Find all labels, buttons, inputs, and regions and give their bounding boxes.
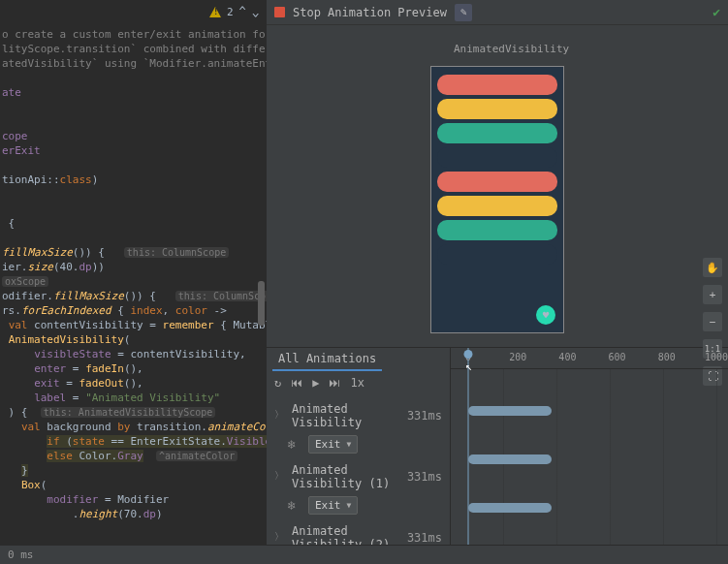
preview-bar — [437, 75, 557, 95]
state-value: Exit — [315, 438, 341, 451]
device-label: AnimatedVisibility — [454, 43, 569, 55]
code-line[interactable]: tionApi::class) — [0, 172, 267, 187]
code-line[interactable]: .height(70.dp) — [0, 507, 267, 521]
code-line[interactable]: lityScope.transition` combined with diff… — [0, 42, 267, 56]
play-button[interactable]: ▶ — [312, 376, 319, 390]
code-block[interactable]: o create a custom enter/exit animation f… — [0, 23, 267, 525]
preview-bar — [437, 196, 557, 216]
collapse-icon[interactable]: ^ — [239, 5, 246, 18]
animation-duration: 331ms — [407, 409, 442, 423]
code-line[interactable]: odifier.fillMaxSize()) { this: ColumnSco… — [0, 289, 267, 303]
track-row — [451, 406, 728, 420]
code-line[interactable] — [0, 71, 267, 85]
timeline-ruler[interactable]: 02004006008001000↖ — [451, 348, 728, 369]
inspector-tabs: All Animations — [267, 348, 450, 371]
code-line[interactable]: cope — [0, 129, 267, 143]
code-line[interactable]: Box( — [0, 478, 267, 492]
code-line[interactable] — [0, 202, 267, 216]
code-line[interactable] — [0, 100, 267, 114]
code-line[interactable]: label = "Animated Visibility" — [0, 391, 267, 405]
preview-bar — [437, 123, 557, 143]
check-icon: ✔ — [712, 5, 720, 19]
code-line[interactable]: val background by transition.animateColo… — [0, 420, 267, 434]
animation-duration: 331ms — [407, 531, 442, 545]
animation-name: Animated Visibility — [292, 402, 392, 429]
fab-heart[interactable]: ♥ — [536, 305, 555, 325]
chevron-right-icon: 〉 — [274, 469, 284, 483]
speed-label[interactable]: 1x — [350, 376, 364, 390]
code-line[interactable]: ier.size(40.dp)) — [0, 260, 267, 274]
preview-bar — [437, 172, 557, 192]
code-line[interactable]: atedVisibility` using `Modifier.animateE… — [0, 56, 267, 71]
state-combo[interactable]: Exit ▼ — [308, 435, 358, 454]
code-editor[interactable]: 2 ^ ^ o create a custom enter/exit anima… — [0, 0, 267, 564]
code-line[interactable] — [0, 114, 267, 129]
code-line[interactable]: ) { this: AnimatedVisibilityScope — [0, 405, 267, 420]
restart-button[interactable]: ↻ — [274, 376, 281, 390]
preview-canvas[interactable]: AnimatedVisibility ♥ ✋ + − 1:1 ⛶ — [267, 25, 728, 347]
tick-label: 200 — [509, 352, 526, 362]
tick-label: 600 — [609, 352, 626, 362]
code-line[interactable] — [0, 158, 267, 172]
current-time: 0 ms — [8, 548, 34, 561]
code-line[interactable]: else Color.Gray ^animateColor — [0, 449, 267, 463]
state-combo[interactable]: Exit ▼ — [308, 496, 358, 515]
track-bar[interactable] — [468, 503, 552, 513]
code-line[interactable]: modifier = Modifier — [0, 492, 267, 507]
code-line[interactable]: o create a custom enter/exit animation f… — [0, 27, 267, 42]
track-row — [451, 503, 728, 517]
preview-bar — [437, 244, 557, 265]
chevron-down-icon: ▼ — [347, 501, 352, 510]
scrollbar-thumb[interactable] — [258, 281, 265, 326]
preview-bar — [437, 99, 557, 119]
code-line[interactable]: erExit — [0, 143, 267, 158]
warning-count: 2 — [227, 6, 234, 18]
edit-icon[interactable]: ✎ — [455, 4, 472, 21]
code-line[interactable]: ate — [0, 85, 267, 100]
playback-controls: ↻ ⏮ ▶ ⏭ 1x — [267, 371, 450, 394]
tick-label: 1000 — [705, 352, 728, 362]
warning-icon[interactable] — [209, 6, 221, 17]
chevron-right-icon: 〉 — [274, 530, 284, 544]
code-line[interactable]: fillMaxSize()) { this: ColumnScope — [0, 245, 267, 260]
preview-header: Stop Animation Preview ✎ ✔ — [267, 0, 728, 25]
code-line[interactable]: visibleState = contentVisibility, — [0, 347, 267, 361]
chevron-right-icon: 〉 — [274, 408, 284, 422]
code-line[interactable]: { — [0, 216, 267, 231]
chevron-down-icon: ▼ — [347, 440, 352, 449]
inspector-timeline: 02004006008001000↖ 0 ms — [451, 348, 728, 564]
tab-all-animations[interactable]: All Animations — [272, 348, 382, 371]
device-frame: ♥ — [430, 66, 564, 333]
code-line[interactable] — [0, 187, 267, 202]
code-line[interactable]: AnimatedVisibility( — [0, 332, 267, 347]
go-end-button[interactable]: ⏭ — [329, 376, 340, 390]
code-line[interactable]: enter = fadeIn(), — [0, 361, 267, 376]
go-start-button[interactable]: ⏮ — [291, 376, 302, 390]
timeline-body[interactable] — [451, 369, 728, 564]
code-line[interactable]: exit = fadeOut(), — [0, 376, 267, 391]
zoom-in-button[interactable]: + — [703, 285, 722, 304]
stop-icon[interactable] — [274, 7, 285, 17]
preview-title: Stop Animation Preview — [293, 6, 447, 19]
track-bar[interactable] — [468, 406, 552, 416]
code-line[interactable]: } — [0, 463, 267, 478]
animation-inspector: All Animations ↻ ⏮ ▶ ⏭ 1x 〉 Animated Vis… — [267, 347, 728, 564]
track-row — [451, 454, 728, 468]
animation-list: 〉 Animated Visibility 331ms ❄ Exit ▼ 〉 A… — [267, 394, 450, 564]
pan-tool[interactable]: ✋ — [703, 258, 722, 277]
animation-row[interactable]: 〉 Animated Visibility (1) 331ms — [274, 463, 442, 490]
editor-topbar: 2 ^ ^ — [0, 0, 267, 23]
track-bar[interactable] — [468, 454, 552, 464]
code-line[interactable]: val contentVisibility = remember { Mutab… — [0, 318, 267, 332]
animation-row[interactable]: 〉 Animated Visibility 331ms — [274, 402, 442, 429]
freeze-icon[interactable]: ❄ — [288, 498, 302, 513]
code-line[interactable]: if (state == EnterExitState.Visible) col… — [0, 434, 267, 449]
animation-entry: 〉 Animated Visibility 331ms ❄ Exit ▼ — [267, 394, 450, 455]
freeze-icon[interactable]: ❄ — [288, 437, 302, 452]
right-panel: Stop Animation Preview ✎ ✔ AnimatedVisib… — [267, 0, 728, 564]
zoom-out-button[interactable]: − — [703, 312, 722, 331]
code-line[interactable]: oxScope — [0, 274, 267, 289]
code-line[interactable]: rs.forEachIndexed { index, color -> — [0, 303, 267, 318]
code-line[interactable] — [0, 231, 267, 245]
expand-icon[interactable]: ^ — [252, 5, 259, 18]
